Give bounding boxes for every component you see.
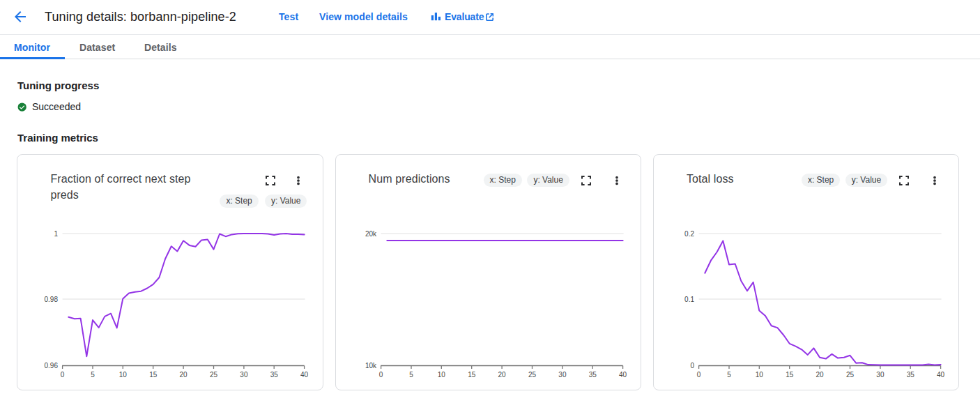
svg-text:10: 10 (119, 371, 128, 379)
svg-text:20k: 20k (365, 230, 376, 238)
svg-text:20: 20 (816, 371, 824, 379)
svg-text:20: 20 (498, 371, 506, 379)
svg-text:25: 25 (528, 371, 537, 379)
svg-text:30: 30 (240, 371, 249, 379)
svg-text:30: 30 (558, 371, 567, 379)
svg-text:35: 35 (588, 371, 597, 379)
svg-text:5: 5 (409, 371, 413, 379)
svg-text:30: 30 (876, 371, 885, 379)
svg-text:0: 0 (697, 371, 701, 379)
svg-text:40: 40 (937, 371, 945, 379)
svg-text:10: 10 (437, 371, 445, 379)
svg-text:5: 5 (727, 371, 731, 379)
svg-text:25: 25 (846, 371, 855, 379)
svg-text:15: 15 (468, 371, 476, 379)
svg-text:35: 35 (907, 371, 915, 379)
svg-text:10: 10 (756, 371, 764, 379)
svg-text:20: 20 (180, 371, 188, 379)
svg-text:5: 5 (91, 371, 95, 379)
svg-text:15: 15 (786, 371, 794, 379)
svg-text:25: 25 (210, 371, 218, 379)
svg-text:0: 0 (690, 362, 694, 370)
svg-text:0: 0 (378, 371, 383, 379)
svg-text:0.98: 0.98 (45, 296, 59, 303)
svg-text:0.2: 0.2 (684, 230, 694, 238)
svg-text:0: 0 (61, 371, 65, 379)
svg-text:40: 40 (619, 371, 627, 379)
svg-text:1: 1 (54, 230, 59, 238)
svg-text:15: 15 (150, 371, 158, 379)
svg-text:35: 35 (270, 371, 279, 379)
svg-text:0.96: 0.96 (45, 362, 59, 370)
svg-text:10k: 10k (365, 362, 376, 370)
svg-text:40: 40 (300, 371, 309, 379)
svg-text:0.1: 0.1 (684, 296, 694, 303)
